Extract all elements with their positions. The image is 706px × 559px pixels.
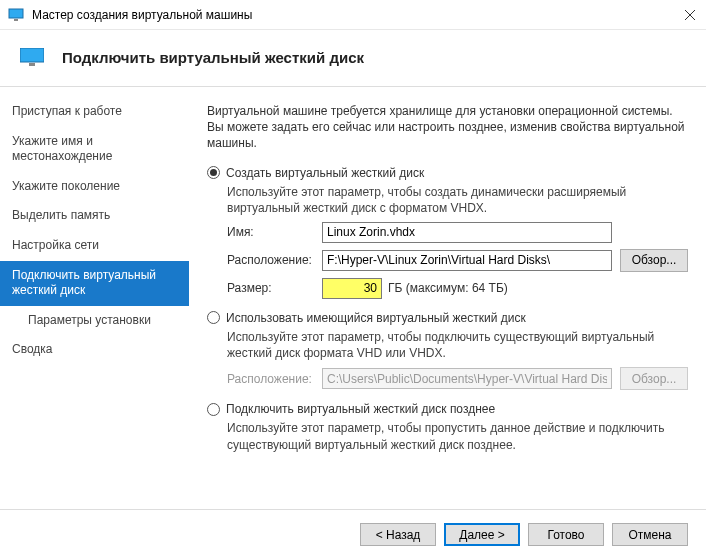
nav-step-disk[interactable]: Подключить виртуальный жесткий диск [0, 261, 189, 306]
svg-rect-5 [29, 63, 35, 66]
intro-text: Виртуальной машине требуется хранилище д… [207, 103, 688, 152]
next-button[interactable]: Далее > [444, 523, 520, 546]
footer: < Назад Далее > Готово Отмена [0, 509, 706, 559]
app-icon [8, 7, 24, 23]
svg-rect-0 [9, 9, 23, 18]
location-label: Расположение: [227, 253, 322, 267]
titlebar: Мастер создания виртуальной машины [0, 0, 706, 30]
back-button[interactable]: < Назад [360, 523, 436, 546]
window-title: Мастер создания виртуальной машины [32, 8, 682, 22]
page-header: Подключить виртуальный жесткий диск [0, 30, 706, 86]
close-icon[interactable] [682, 7, 698, 23]
location-input[interactable] [322, 250, 612, 271]
nav-step-memory[interactable]: Выделить память [0, 201, 189, 231]
option-create-desc: Используйте этот параметр, чтобы создать… [227, 184, 688, 216]
existing-location-label: Расположение: [227, 372, 322, 386]
radio-create-label: Создать виртуальный жесткий диск [226, 166, 424, 180]
size-label: Размер: [227, 281, 322, 295]
finish-button[interactable]: Готово [528, 523, 604, 546]
svg-rect-4 [20, 48, 44, 62]
existing-location-input [322, 368, 612, 389]
nav-step-start[interactable]: Приступая к работе [0, 97, 189, 127]
browse-button[interactable]: Обзор... [620, 249, 688, 272]
size-unit: ГБ (максимум: 64 ТБ) [388, 281, 508, 295]
svg-rect-1 [14, 19, 18, 21]
radio-create[interactable] [207, 166, 220, 179]
radio-existing[interactable] [207, 311, 220, 324]
option-later-desc: Используйте этот параметр, чтобы пропуст… [227, 420, 688, 452]
main-panel: Виртуальной машине требуется хранилище д… [189, 87, 706, 516]
nav-step-network[interactable]: Настройка сети [0, 231, 189, 261]
nav-step-name[interactable]: Укажите имя и местонахождение [0, 127, 189, 172]
monitor-icon [20, 48, 44, 66]
option-create: Создать виртуальный жесткий диск Использ… [207, 166, 688, 299]
nav-step-generation[interactable]: Укажите поколение [0, 172, 189, 202]
wizard-nav: Приступая к работе Укажите имя и местона… [0, 87, 189, 516]
radio-later-label: Подключить виртуальный жесткий диск позд… [226, 402, 495, 416]
size-input[interactable] [322, 278, 382, 299]
nav-step-summary[interactable]: Сводка [0, 335, 189, 365]
option-existing-desc: Используйте этот параметр, чтобы подключ… [227, 329, 688, 361]
option-existing: Использовать имеющийся виртуальный жестк… [207, 311, 688, 390]
option-later: Подключить виртуальный жесткий диск позд… [207, 402, 688, 452]
page-title: Подключить виртуальный жесткий диск [62, 49, 364, 66]
radio-existing-label: Использовать имеющийся виртуальный жестк… [226, 311, 526, 325]
radio-later[interactable] [207, 403, 220, 416]
name-label: Имя: [227, 225, 322, 239]
nav-step-install[interactable]: Параметры установки [0, 306, 189, 336]
cancel-button[interactable]: Отмена [612, 523, 688, 546]
existing-browse-button: Обзор... [620, 367, 688, 390]
name-input[interactable] [322, 222, 612, 243]
